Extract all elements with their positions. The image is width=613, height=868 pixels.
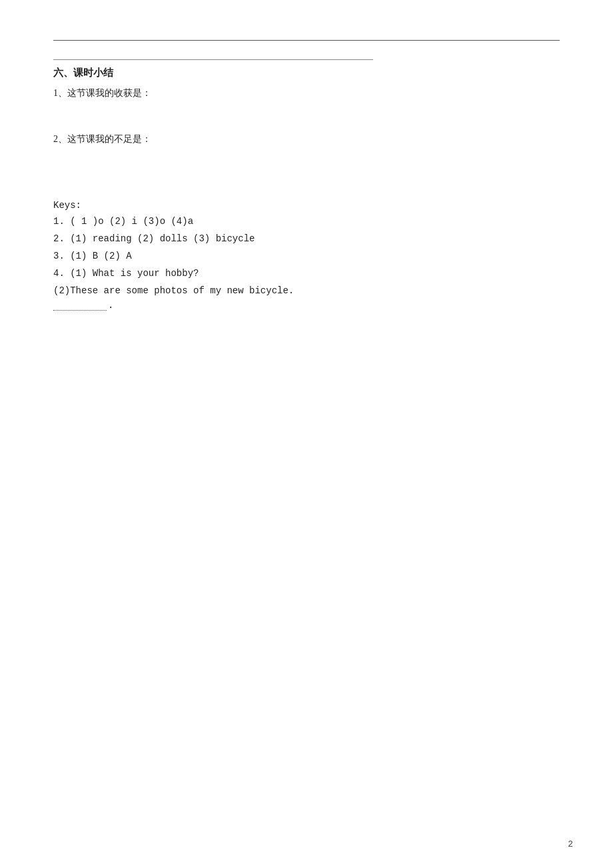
section-label-2: 2、这节课我的不足是： xyxy=(53,131,560,147)
dotted-underline xyxy=(53,310,107,311)
keys-title: Keys: xyxy=(53,200,560,211)
keys-line-2: 2. (1) reading (2) dolls (3) bicycle xyxy=(53,231,560,248)
blank-area-2 xyxy=(53,151,560,188)
keys-line-5: (2)These are some photos of my new bicyc… xyxy=(53,283,560,300)
page-number: 2 xyxy=(568,839,573,849)
section-divider xyxy=(53,59,373,60)
keys-section: Keys: 1. ( 1 )o (2) i (3)o (4)a 2. (1) r… xyxy=(53,200,560,310)
keys-line-3: 3. (1) B (2) A xyxy=(53,248,560,265)
section-label-1: 1、这节课我的收获是： xyxy=(53,85,560,101)
page-container: 六、课时小结 1、这节课我的收获是： 2、这节课我的不足是： Keys: 1. … xyxy=(0,0,613,868)
top-divider xyxy=(53,40,560,41)
keys-line-1: 1. ( 1 )o (2) i (3)o (4)a xyxy=(53,213,560,231)
keys-trailing: . xyxy=(53,300,560,311)
keys-line-4: 4. (1) What is your hobby? xyxy=(53,265,560,283)
section-six-title: 六、课时小结 xyxy=(53,67,560,79)
blank-area-1 xyxy=(53,105,560,131)
